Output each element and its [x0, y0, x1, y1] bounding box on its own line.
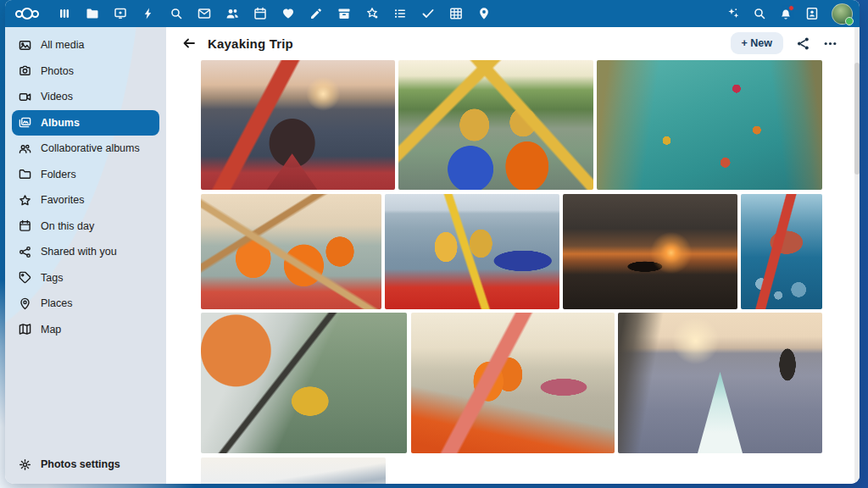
album-actions: + New: [731, 32, 844, 54]
sidebar-item-all-media[interactable]: All media: [12, 32, 159, 58]
share-icon: [19, 246, 31, 258]
sidebar-item-folders[interactable]: Folders: [12, 162, 159, 188]
sidebar-item-on-this-day[interactable]: On this day: [12, 214, 159, 240]
sidebar-item-albums[interactable]: Albums: [12, 110, 159, 136]
magnifier-icon[interactable]: [753, 7, 766, 20]
sidebar-item-collaborative-albums[interactable]: Collaborative albums: [12, 136, 159, 162]
notification-dot: [788, 5, 794, 11]
bell-icon[interactable]: [779, 7, 793, 20]
logo-circle: [21, 8, 33, 19]
search-app-icon[interactable]: [170, 7, 183, 20]
tables-icon[interactable]: [449, 7, 463, 20]
photos-settings-button[interactable]: Photos settings: [12, 452, 159, 477]
albums-icon: [19, 116, 31, 129]
photos-sidebar: All media Photos Videos Albums Collabora…: [5, 27, 166, 484]
sidebar-item-label: Places: [41, 297, 73, 309]
contacts-icon[interactable]: [225, 7, 239, 20]
camera-icon: [19, 64, 31, 77]
photos-icon[interactable]: [114, 7, 127, 20]
sidebar-item-label: Shared with you: [41, 246, 117, 258]
photo-winter-lake[interactable]: [201, 458, 386, 484]
app-launcher: [58, 7, 491, 20]
gear-icon: [19, 458, 31, 471]
sidebar-item-shared-with-you[interactable]: Shared with you: [12, 239, 159, 265]
calendar-icon[interactable]: [253, 7, 267, 20]
lists-icon[interactable]: [393, 7, 407, 20]
pin-icon: [19, 297, 31, 310]
folder-icon: [19, 168, 31, 180]
tag-icon: [19, 271, 31, 284]
sidebar-item-label: Map: [41, 324, 61, 336]
app-shell: All media Photos Videos Albums Collabora…: [5, 27, 860, 484]
sidebar-item-label: Folders: [41, 169, 76, 180]
tasks-icon[interactable]: [421, 7, 435, 20]
album-header: Kayaking Trip + New: [166, 27, 860, 59]
nextcloud-logo[interactable]: [15, 8, 39, 19]
mail-icon[interactable]: [198, 7, 211, 20]
album-view: Kayaking Trip + New: [166, 27, 860, 484]
back-arrow-icon[interactable]: [181, 36, 197, 51]
sidebar-item-videos[interactable]: Videos: [12, 84, 159, 110]
dashboard-icon[interactable]: [58, 7, 71, 20]
photo-blue-water-paddler[interactable]: [741, 194, 822, 309]
photo-kayak-bow-pov[interactable]: [618, 313, 822, 453]
user-avatar[interactable]: [832, 3, 853, 25]
sidebar-item-label: Collaborative albums: [41, 142, 140, 154]
star-icon: [19, 194, 31, 207]
top-bar-right: [726, 3, 853, 25]
files-icon[interactable]: [86, 7, 99, 20]
photo-couple-kayaks[interactable]: [398, 60, 593, 190]
ellipsis-icon[interactable]: [823, 36, 837, 51]
scrollbar-thumb[interactable]: [854, 63, 860, 175]
new-button[interactable]: + New: [731, 32, 783, 54]
page-title: Kayaking Trip: [208, 36, 293, 51]
photo-aerial-river[interactable]: [597, 60, 822, 190]
online-status-dot: [845, 17, 854, 25]
activity-icon[interactable]: [142, 7, 155, 20]
calendar-day-icon: [19, 219, 31, 232]
map-icon: [19, 323, 31, 336]
sparkles-icon[interactable]: [726, 7, 740, 20]
photo-group-vests[interactable]: [201, 194, 381, 309]
sidebar-item-label: On this day: [41, 220, 94, 232]
video-icon: [19, 91, 31, 103]
app-window: All media Photos Videos Albums Collabora…: [5, 0, 860, 484]
photo-sunset-silhouette[interactable]: [563, 194, 737, 309]
notes-icon[interactable]: [309, 7, 323, 20]
contact-card-icon[interactable]: [805, 7, 819, 20]
sidebar-item-label: Albums: [41, 117, 80, 129]
sidebar-item-places[interactable]: Places: [12, 291, 159, 317]
sidebar-item-tags[interactable]: Tags: [12, 265, 159, 291]
sidebar-item-label: Photos: [41, 65, 74, 77]
deck-icon[interactable]: [337, 7, 351, 20]
maps-icon[interactable]: [477, 7, 491, 20]
sidebar-item-photos[interactable]: Photos: [12, 58, 159, 85]
photo-tandem-kayak[interactable]: [411, 313, 615, 453]
all-media-icon: [19, 39, 31, 52]
sidebar-item-label: Tags: [41, 272, 63, 284]
sidebar-item-favorites[interactable]: Favorites: [12, 187, 159, 214]
photo-sunset-paddler[interactable]: [201, 60, 395, 190]
sidebar-item-map[interactable]: Map: [12, 317, 159, 343]
people-icon: [19, 142, 31, 155]
photo-yellow-paddle-closeup[interactable]: [201, 313, 407, 453]
settings-label: Photos settings: [41, 458, 120, 470]
top-bar: [5, 0, 860, 27]
share-icon[interactable]: [796, 36, 810, 51]
sidebar-item-label: Favorites: [41, 194, 84, 206]
sidebar-item-label: Videos: [41, 91, 73, 103]
sidebar-item-label: All media: [41, 39, 84, 51]
health-icon[interactable]: [281, 7, 295, 20]
photo-grid: [166, 59, 860, 484]
photo-city-kayaks[interactable]: [385, 194, 559, 309]
recommendations-icon[interactable]: [365, 7, 379, 20]
